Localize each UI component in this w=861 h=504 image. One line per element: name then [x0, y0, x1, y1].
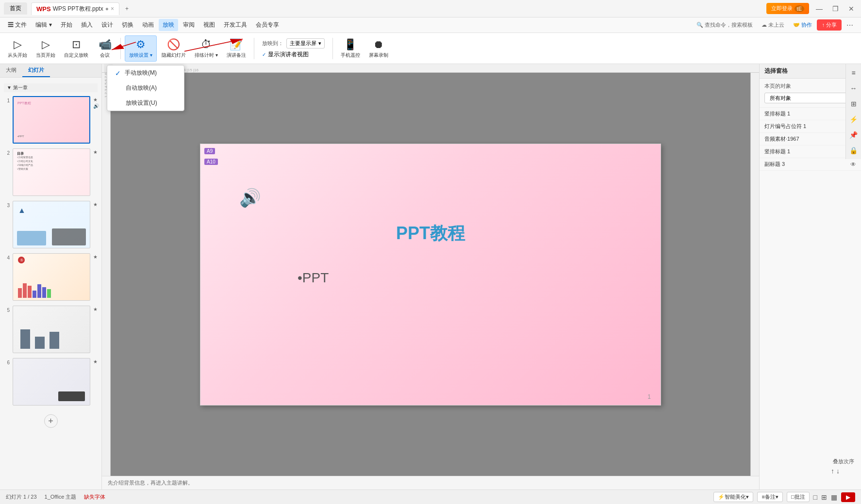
audio-icon[interactable]: 🔊 [239, 188, 261, 208]
rehearse-timer-button[interactable]: ⏱ 排练计时 ▾ [191, 35, 222, 62]
slide-item-3[interactable]: 3 ▲ ★ [2, 200, 99, 249]
restore-button[interactable]: ❐ [829, 4, 842, 14]
badge-a9: A9 [204, 148, 215, 154]
add-tab-button[interactable]: + [125, 5, 129, 12]
strip-icon-6[interactable]: 🔒 [847, 144, 861, 157]
smart-enhance-button[interactable]: ⚡智能美化▾ [713, 492, 753, 502]
slide-1-audio-icon[interactable]: 🔊 [93, 103, 99, 109]
menu-animation[interactable]: 动画 [138, 19, 158, 31]
menu-review[interactable]: 审阅 [179, 19, 199, 31]
move-down-button[interactable]: ↓ [836, 467, 840, 475]
slide-4-star-icon[interactable]: ★ [93, 254, 98, 260]
canvas-area: 1 2 3 4 5 6 7 8 A9 A10 🔊 PPT教程 •PPT 1 [102, 73, 759, 476]
dropdown-manual[interactable]: ✓ 手动放映(M) [107, 65, 184, 81]
move-up-button[interactable]: ↑ [831, 467, 834, 475]
annotate-button[interactable]: ≡备注▾ [757, 492, 782, 502]
search-commands[interactable]: 🔍 查找命令，搜索模板 [693, 19, 757, 31]
comment-button[interactable]: □批注 [787, 492, 810, 502]
tab-home[interactable]: 首页 [4, 2, 27, 15]
play-current-button[interactable]: ▷ 当页开始 [32, 35, 59, 62]
login-button[interactable]: 立即登录 tE [766, 3, 809, 14]
strip-icon-2[interactable]: ↔ [847, 81, 861, 95]
strip-icon-3[interactable]: ⊞ [847, 97, 861, 111]
playback-settings-button[interactable]: ⚙ 放映设置 ▾ [125, 35, 157, 62]
menu-devtools[interactable]: 开发工具 [220, 19, 251, 31]
slide-item-2[interactable]: 2 目录 √介绍背景信息 √介绍公司文化 √详细介绍产品 √营销方案 ★ [2, 147, 99, 197]
meeting-button[interactable]: 📹 会议 [93, 35, 116, 62]
slide-2-icons: ★ [93, 149, 98, 155]
notes-area[interactable]: 先介绍背景信息，再进入主题讲解。 [102, 476, 759, 489]
menu-insert[interactable]: 插入 [77, 19, 97, 31]
outline-tab[interactable]: 大纲 [0, 64, 22, 77]
menu-view[interactable]: 视图 [199, 19, 219, 31]
slide-thumb-4[interactable]: ⑤ [13, 253, 90, 301]
slide-item-4[interactable]: 4 ⑤ ★ [2, 252, 99, 302]
object-name-1: 竖排标题 1 [764, 110, 850, 117]
strip-icon-4[interactable]: ⚡ [847, 113, 861, 126]
manual-label: 手动放映(M) [125, 69, 157, 77]
more-menu-icon[interactable]: ⋯ [843, 19, 857, 31]
play-presentation-button[interactable]: ▶ [841, 492, 855, 502]
screen-record-button[interactable]: ⏺ 屏幕录制 [365, 35, 392, 62]
phone-remote-button[interactable]: 📱 手机遥控 [337, 35, 364, 62]
tab-close-icon[interactable]: ● [105, 5, 109, 12]
add-slide-area[interactable]: + [0, 410, 101, 432]
close-button[interactable]: ✕ [845, 4, 857, 14]
slide-canvas[interactable]: A9 A10 🔊 PPT教程 •PPT 1 [111, 73, 750, 476]
slide-5-star-icon[interactable]: ★ [93, 307, 98, 312]
slide-6-star-icon[interactable]: ★ [93, 359, 98, 364]
slide-num-6: 6 [3, 360, 10, 365]
play-current-label: 当页开始 [36, 52, 55, 59]
add-slide-button[interactable]: + [44, 414, 58, 428]
presenter-view-checkbox[interactable]: ✓ 显示演讲者视图 [262, 50, 309, 59]
slide-item-5[interactable]: 5 ★ [2, 305, 99, 354]
slide-item-1[interactable]: 1 PPT教程 •PPT ★ 🔊 [2, 95, 99, 145]
slide-thumb-2[interactable]: 目录 √介绍背景信息 √介绍公司文化 √详细介绍产品 √营销方案 [13, 148, 90, 196]
menu-design[interactable]: 设计 [98, 19, 117, 31]
display-select[interactable]: 主要显示屏 ▾ [286, 38, 325, 49]
slides-tab[interactable]: 幻灯片 [22, 64, 50, 77]
menu-transition[interactable]: 切换 [118, 19, 137, 31]
slide-thumb-3[interactable]: ▲ [13, 201, 90, 248]
playback-dropdown-menu: ✓ 手动放映(M) 自动放映(A) 放映设置(U) [107, 65, 184, 111]
hide-slide-label: 隐藏幻灯片 [162, 52, 186, 59]
tab-file[interactable]: WPS WPS PPT教程.pptx ● × [31, 2, 119, 15]
object-eye-5[interactable]: 👁 [850, 161, 856, 168]
menu-start[interactable]: 开始 [57, 19, 76, 31]
play-from-start-button[interactable]: ▷ 从头开始 [4, 35, 31, 62]
menu-playback[interactable]: 放映 [159, 19, 178, 31]
slide-item-6[interactable]: 6 ★ [2, 357, 99, 406]
slide-panel-tabs: 大纲 幻灯片 [0, 64, 101, 78]
speaker-notes-button[interactable]: 📝 演讲备注 [223, 35, 250, 62]
canvas-wrapper: |1 |2 |3 |4 |5 |6 |7 |8 |9 |10 |11 |12 |… [102, 64, 759, 489]
cloud-sync[interactable]: ☁ 未上云 [758, 19, 788, 31]
slide-thumb-1[interactable]: PPT教程 •PPT [13, 96, 90, 144]
slide-thumb-6[interactable] [13, 358, 90, 406]
strip-icon-1[interactable]: ≡ [847, 66, 861, 80]
slide-3-star-icon[interactable]: ★ [93, 202, 98, 207]
missing-font-label[interactable]: 缺失字体 [84, 493, 105, 501]
dropdown-auto[interactable]: 自动放映(A) [107, 81, 184, 96]
menu-vip[interactable]: 会员专享 [252, 19, 283, 31]
slide-content[interactable]: A9 A10 🔊 PPT教程 •PPT 1 [200, 144, 661, 406]
menu-edit[interactable]: 编辑 ▾ [32, 19, 55, 31]
share-btn[interactable]: ↑ 分享 [817, 19, 842, 31]
dropdown-settings[interactable]: 放映设置(U) [107, 96, 184, 111]
hide-slide-button[interactable]: 🚫 隐藏幻灯片 [158, 35, 190, 62]
slide-thumb-5[interactable] [13, 306, 90, 353]
custom-play-button[interactable]: ⊡ 自定义放映 [60, 35, 92, 62]
move-buttons: 叠放次序 ↑ ↓ [831, 457, 856, 475]
minimize-button[interactable]: — [813, 4, 826, 14]
objects-filter-select[interactable]: 所有对象 [764, 93, 856, 103]
settings-label: 放映设置 ▾ [129, 52, 152, 59]
view-normal-icon[interactable]: □ [813, 493, 817, 501]
view-table-icon[interactable]: ▦ [831, 493, 837, 501]
wps-logo-icon: WPS [36, 5, 51, 13]
menu-file[interactable]: ☰ 文件 [4, 19, 31, 31]
object-item-5[interactable]: 副标题 3 👁 [760, 158, 861, 171]
view-grid-icon[interactable]: ⊞ [821, 493, 827, 501]
slide-1-star-icon[interactable]: ★ [93, 97, 99, 102]
strip-icon-5[interactable]: 📌 [847, 128, 861, 142]
collaborate-btn[interactable]: 🤝 协作 [789, 19, 816, 31]
slide-2-star-icon[interactable]: ★ [93, 149, 98, 155]
